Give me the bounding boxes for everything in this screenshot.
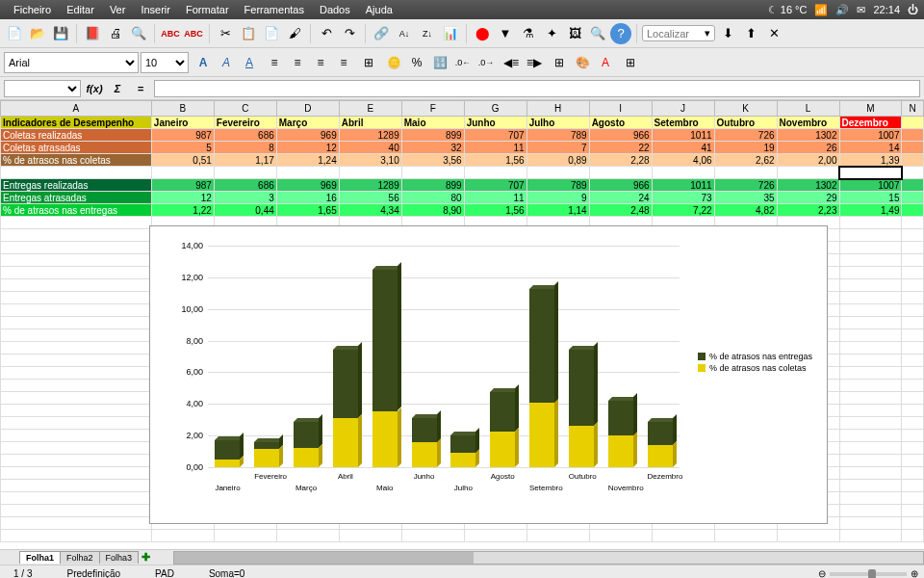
cell[interactable]: 2,00 bbox=[777, 154, 839, 167]
menu-ver[interactable]: Ver bbox=[102, 2, 134, 17]
function-wizard-button[interactable]: f(x) bbox=[85, 80, 104, 97]
month-header[interactable]: Março bbox=[276, 117, 339, 129]
row-label[interactable] bbox=[1, 467, 152, 480]
cell[interactable]: 707 bbox=[464, 179, 526, 192]
increase-indent-button[interactable]: ≡▶ bbox=[524, 52, 545, 73]
row-label[interactable] bbox=[1, 304, 152, 317]
row-label[interactable]: % de atrasos nas entregas bbox=[1, 204, 152, 217]
row-label[interactable] bbox=[1, 505, 152, 517]
cell[interactable]: 2,48 bbox=[589, 204, 652, 217]
cell[interactable]: 56 bbox=[339, 192, 401, 204]
column-header-L[interactable]: L bbox=[777, 101, 839, 117]
cell[interactable]: 15 bbox=[839, 192, 902, 204]
cell[interactable]: 1,22 bbox=[151, 204, 214, 217]
cell[interactable]: 1,49 bbox=[839, 204, 902, 217]
cell[interactable]: 1,17 bbox=[214, 154, 276, 167]
cell[interactable]: 4,34 bbox=[339, 204, 401, 217]
gallery-button[interactable]: 🖼 bbox=[564, 23, 585, 44]
column-header-H[interactable]: H bbox=[526, 101, 589, 117]
cell[interactable]: 1,14 bbox=[526, 204, 589, 217]
cell[interactable] bbox=[839, 329, 902, 342]
month-header[interactable]: Setembro bbox=[652, 117, 714, 129]
copy-button[interactable]: 📋 bbox=[238, 23, 259, 44]
cell[interactable]: 969 bbox=[276, 129, 339, 142]
cell[interactable]: 1,24 bbox=[276, 154, 339, 167]
decrease-indent-button[interactable]: ◀≡ bbox=[500, 52, 522, 73]
row-label[interactable] bbox=[1, 517, 152, 530]
cell[interactable] bbox=[401, 530, 464, 542]
row-label[interactable] bbox=[1, 392, 152, 405]
cell[interactable]: 3,10 bbox=[339, 154, 401, 167]
cell[interactable] bbox=[339, 167, 401, 179]
cell[interactable] bbox=[464, 167, 526, 179]
find-input[interactable] bbox=[647, 28, 705, 39]
equals-button[interactable]: = bbox=[131, 80, 150, 97]
column-header-B[interactable]: B bbox=[151, 101, 214, 117]
cell[interactable] bbox=[839, 467, 902, 480]
cell[interactable] bbox=[839, 229, 902, 242]
cell[interactable]: 3,56 bbox=[401, 154, 464, 167]
italic-button[interactable]: A bbox=[216, 52, 237, 73]
cell[interactable]: 0,51 bbox=[151, 154, 214, 167]
bold-button[interactable]: A bbox=[192, 52, 214, 73]
cell[interactable]: 40 bbox=[339, 142, 401, 154]
cell[interactable]: 899 bbox=[401, 179, 464, 192]
row-label[interactable] bbox=[1, 342, 152, 355]
find-next-button[interactable]: ⬇ bbox=[717, 23, 738, 44]
cell[interactable] bbox=[839, 342, 902, 355]
autofilter-button[interactable]: ⚗ bbox=[518, 23, 539, 44]
cell[interactable] bbox=[526, 167, 589, 179]
row-label[interactable]: Entregas atrasadas bbox=[1, 192, 152, 204]
cell[interactable] bbox=[652, 530, 714, 542]
row-label[interactable] bbox=[1, 417, 152, 430]
menu-ajuda[interactable]: Ajuda bbox=[358, 2, 400, 17]
zoom-in-button[interactable]: ⊕ bbox=[911, 568, 918, 578]
cell[interactable]: 7,22 bbox=[652, 204, 714, 217]
cell[interactable]: 4,06 bbox=[652, 154, 714, 167]
cell[interactable]: 8 bbox=[214, 142, 276, 154]
cut-button[interactable]: ✂ bbox=[215, 23, 236, 44]
cell[interactable] bbox=[777, 530, 839, 542]
cell[interactable] bbox=[839, 380, 902, 392]
cell[interactable] bbox=[839, 317, 902, 329]
bg-color-button[interactable]: 🎨 bbox=[572, 52, 593, 73]
cell[interactable]: 3 bbox=[214, 192, 276, 204]
cell[interactable] bbox=[464, 530, 526, 542]
cell[interactable]: 1302 bbox=[777, 179, 839, 192]
cell[interactable]: 1,56 bbox=[464, 154, 526, 167]
row-label[interactable]: Entregas realizadas bbox=[1, 179, 152, 192]
menu-ficheiro[interactable]: Ficheiro bbox=[6, 2, 59, 17]
row-label[interactable] bbox=[1, 267, 152, 279]
percent-button[interactable]: % bbox=[406, 52, 427, 73]
cell[interactable]: 789 bbox=[526, 129, 589, 142]
row-label[interactable] bbox=[1, 442, 152, 455]
cell[interactable]: 726 bbox=[714, 179, 777, 192]
cell[interactable]: 14 bbox=[839, 142, 902, 154]
cell[interactable] bbox=[839, 517, 902, 530]
cell[interactable]: 1,39 bbox=[839, 154, 902, 167]
cell[interactable] bbox=[839, 505, 902, 517]
cell[interactable] bbox=[839, 480, 902, 492]
remove-decimal-button[interactable]: .0→ bbox=[475, 52, 497, 73]
row-label[interactable] bbox=[1, 229, 152, 242]
cell[interactable]: 11 bbox=[464, 142, 526, 154]
cell[interactable]: 0,44 bbox=[214, 204, 276, 217]
help-button[interactable]: ? bbox=[610, 23, 631, 44]
cell[interactable]: 9 bbox=[526, 192, 589, 204]
cell[interactable]: 41 bbox=[652, 142, 714, 154]
cell[interactable]: 1289 bbox=[339, 179, 401, 192]
column-header-F[interactable]: F bbox=[401, 101, 464, 117]
navigator-button[interactable]: ✦ bbox=[541, 23, 562, 44]
zoom-control[interactable]: ⊖ ⊕ bbox=[818, 568, 918, 578]
cell[interactable] bbox=[714, 167, 777, 179]
grid-lines-button[interactable]: ⊞ bbox=[620, 52, 641, 73]
table-title[interactable]: Indicadores de Desempenho bbox=[1, 117, 152, 129]
find-toolbar[interactable]: ▾ bbox=[642, 25, 715, 41]
chart-button[interactable]: 📊 bbox=[440, 23, 461, 44]
cell[interactable] bbox=[839, 217, 902, 229]
cell[interactable] bbox=[839, 292, 902, 304]
month-header[interactable]: Junho bbox=[464, 117, 526, 129]
cell[interactable]: 80 bbox=[401, 192, 464, 204]
menu-formatar[interactable]: Formatar bbox=[178, 2, 237, 17]
cell[interactable] bbox=[839, 492, 902, 505]
